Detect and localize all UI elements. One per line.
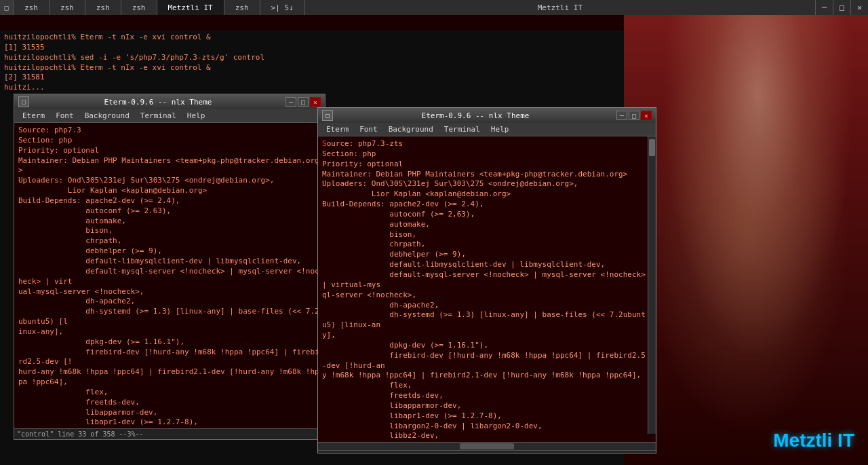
eterm2-minimize[interactable]: ─ xyxy=(616,111,627,120)
eterm1-close[interactable]: ✕ xyxy=(310,97,321,107)
metztli-brand-text: Metztli IT xyxy=(773,430,854,451)
eterm2-titlebar: □ Eterm-0.9.6 -- nlx Theme ─ □ ✕ xyxy=(318,108,656,123)
bg-gradient xyxy=(624,0,868,465)
eterm-window-2: □ Eterm-0.9.6 -- nlx Theme ─ □ ✕ Eterm F… xyxy=(317,107,656,453)
eterm2-vscroll-thumb[interactable] xyxy=(649,139,655,156)
eterm2-icon: □ xyxy=(322,110,333,121)
eterm2-menubar: Eterm Font Background Terminal Help xyxy=(318,123,656,136)
eterm1-title: Eterm-0.9.6 -- nlx Theme xyxy=(32,98,284,107)
eterm1-menubar: Eterm Font Background Terminal Help xyxy=(14,109,325,123)
eterm1-menu-background[interactable]: Background xyxy=(79,109,135,123)
eterm-window-1: □ Eterm-0.9.6 -- nlx Theme ─ □ ✕ Eterm F… xyxy=(14,94,326,440)
eterm1-content[interactable]: Source: php7.3 Section: php Priority: op… xyxy=(14,123,325,428)
taskbar: □ zsh zsh zsh zsh Metztli IT zsh >| 5↓ M… xyxy=(0,0,868,15)
eterm1-menu-help[interactable]: Help xyxy=(182,109,211,123)
eterm1-maximize[interactable]: □ xyxy=(298,97,309,107)
taskbar-tab-zsh-4[interactable]: zsh xyxy=(121,0,157,15)
taskbar-system-icon[interactable]: □ xyxy=(0,0,14,15)
taskbar-tab-zsh-1[interactable]: zsh xyxy=(14,0,50,15)
eterm2-title: Eterm-0.9.6 -- nlx Theme xyxy=(336,111,615,120)
close-button[interactable]: ✕ xyxy=(850,0,868,15)
eterm1-menu-terminal[interactable]: Terminal xyxy=(135,109,182,123)
cursor-char: S xyxy=(322,139,327,148)
eterm1-statusbar: "control" line 33 of 358 --3%-- xyxy=(14,428,325,439)
eterm2-statusbar xyxy=(318,450,656,453)
eterm1-menu-font[interactable]: Font xyxy=(50,109,79,123)
eterm2-text: Source: php7.3-zts Section: php Priority… xyxy=(322,139,646,442)
eterm2-close[interactable]: ✕ xyxy=(641,111,652,120)
eterm2-hscrollbar[interactable] xyxy=(318,442,656,450)
taskbar-tab-zsh-3[interactable]: zsh xyxy=(85,0,121,15)
taskbar-tab-more[interactable]: >| 5↓ xyxy=(260,0,305,15)
eterm2-menu-background[interactable]: Background xyxy=(383,123,439,136)
background-image xyxy=(624,0,868,465)
eterm1-menu-eterm[interactable]: Eterm xyxy=(17,109,50,123)
taskbar-tab-metztli[interactable]: Metztli IT xyxy=(157,0,224,15)
eterm2-menu-eterm[interactable]: Eterm xyxy=(321,123,354,136)
maximize-button[interactable]: □ xyxy=(833,0,850,15)
taskbar-controls: ─ □ ✕ xyxy=(815,0,868,15)
eterm2-hscroll-thumb[interactable] xyxy=(460,443,514,449)
eterm1-minimize[interactable]: ─ xyxy=(285,97,296,107)
eterm2-menu-help[interactable]: Help xyxy=(486,123,515,136)
eterm1-icon: □ xyxy=(18,96,29,107)
eterm2-maximize[interactable]: □ xyxy=(629,111,639,120)
minimize-button[interactable]: ─ xyxy=(815,0,833,15)
eterm2-menu-terminal[interactable]: Terminal xyxy=(439,123,486,136)
eterm2-vscrollbar[interactable] xyxy=(648,136,656,434)
eterm1-titlebar: □ Eterm-0.9.6 -- nlx Theme ─ □ ✕ xyxy=(14,94,325,109)
taskbar-tab-zsh-2[interactable]: zsh xyxy=(50,0,85,15)
taskbar-tab-zsh-5[interactable]: zsh xyxy=(224,0,260,15)
system-icon: □ xyxy=(4,4,8,12)
eterm1-text: Source: php7.3 Section: php Priority: op… xyxy=(18,126,321,428)
eterm2-menu-font[interactable]: Font xyxy=(354,123,383,136)
taskbar-title: Metztli IT xyxy=(305,3,815,12)
terminal-bg-text: huitzilopochtli% Eterm -t nIx -e xvi con… xyxy=(4,33,620,93)
eterm2-content[interactable]: Source: php7.3-zts Section: php Priority… xyxy=(318,136,656,442)
